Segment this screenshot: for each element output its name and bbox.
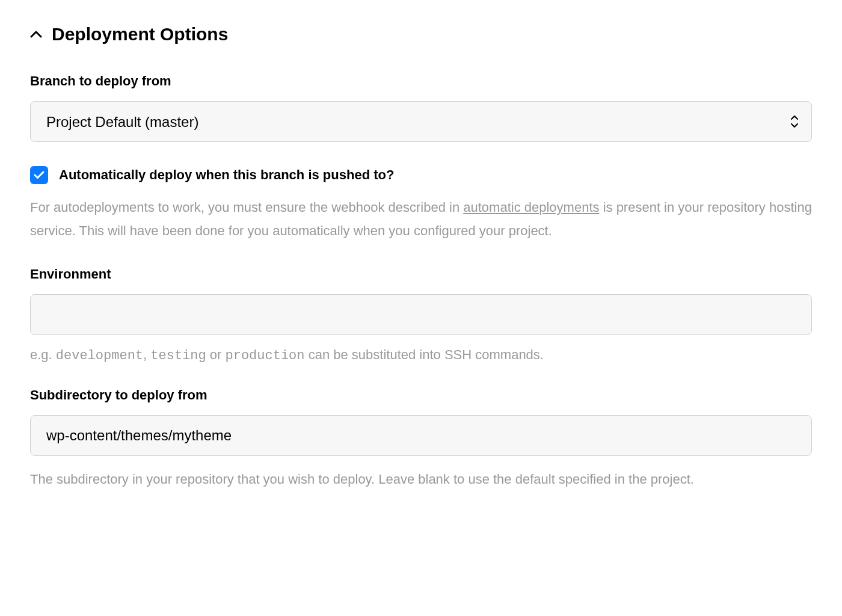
autodeploy-checkbox-row: Automatically deploy when this branch is…	[30, 166, 812, 184]
environment-help-code2: testing	[150, 348, 206, 363]
branch-select-wrapper: Project Default (master)	[30, 101, 812, 142]
autodeploy-help: For autodeployments to work, you must en…	[30, 196, 812, 242]
environment-help-prefix: e.g.	[30, 347, 56, 362]
branch-field-group: Branch to deploy from Project Default (m…	[30, 73, 812, 142]
environment-help: e.g. development, testing or production …	[30, 347, 812, 363]
chevron-up-icon	[30, 30, 42, 38]
subdirectory-field-group: Subdirectory to deploy from The subdirec…	[30, 387, 812, 491]
environment-help-suffix: can be substituted into SSH commands.	[305, 347, 544, 362]
autodeploy-label[interactable]: Automatically deploy when this branch is…	[59, 167, 394, 183]
autodeploy-field-group: Automatically deploy when this branch is…	[30, 166, 812, 242]
branch-label: Branch to deploy from	[30, 73, 812, 89]
environment-label: Environment	[30, 266, 812, 282]
autodeploy-help-prefix: For autodeployments to work, you must en…	[30, 200, 463, 215]
section-header[interactable]: Deployment Options	[30, 24, 812, 45]
autodeploy-help-link[interactable]: automatic deployments	[463, 200, 599, 215]
environment-help-code1: development	[56, 348, 143, 363]
branch-select[interactable]: Project Default (master)	[30, 101, 812, 142]
subdirectory-input[interactable]	[30, 415, 812, 456]
section-title: Deployment Options	[52, 24, 228, 45]
subdirectory-help: The subdirectory in your repository that…	[30, 468, 812, 491]
environment-help-sep2: or	[206, 347, 226, 362]
environment-help-code3: production	[226, 348, 305, 363]
environment-help-sep1: ,	[143, 347, 150, 362]
subdirectory-label: Subdirectory to deploy from	[30, 387, 812, 403]
autodeploy-checkbox[interactable]	[30, 166, 48, 184]
environment-field-group: Environment e.g. development, testing or…	[30, 266, 812, 363]
environment-input[interactable]	[30, 294, 812, 335]
